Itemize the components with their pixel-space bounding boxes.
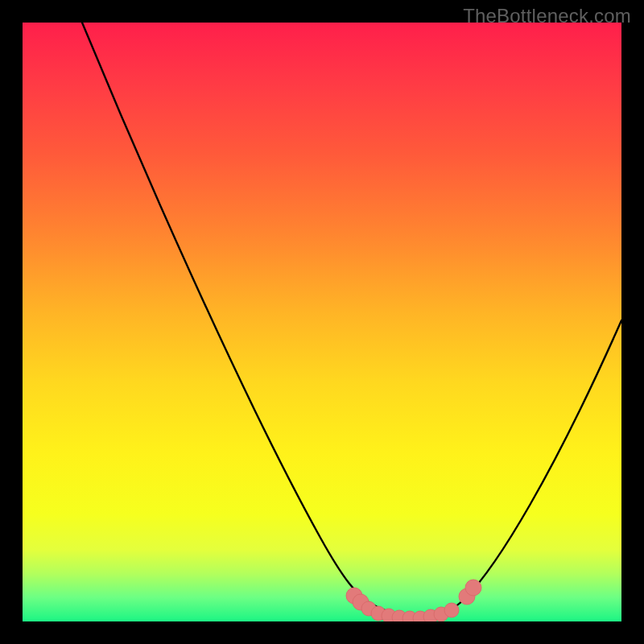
bottleneck-curve — [82, 23, 621, 617]
chart-stage: TheBottleneck.com — [0, 0, 644, 644]
curve-markers — [346, 580, 481, 621]
plot-area — [23, 23, 621, 621]
curve-layer — [23, 23, 621, 621]
curve-marker — [444, 603, 459, 617]
watermark-text: TheBottleneck.com — [463, 5, 631, 27]
curve-marker — [465, 580, 481, 596]
